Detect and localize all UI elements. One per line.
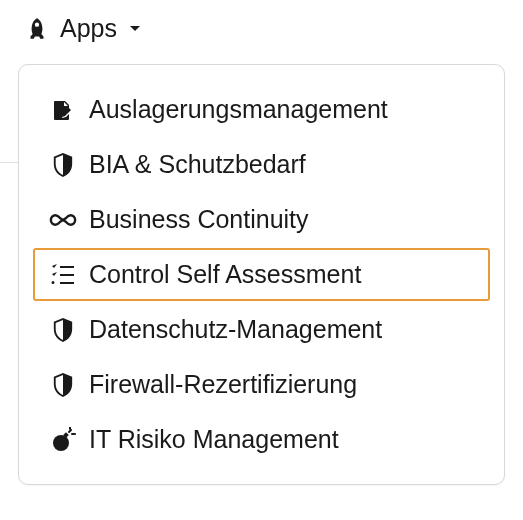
apps-menu-trigger[interactable]: Apps	[0, 0, 523, 53]
apps-dropdown-panel: Auslagerungsmanagement BIA & Schutzbedar…	[18, 64, 505, 485]
shield-icon	[49, 371, 77, 399]
menu-item-label: Business Continuity	[89, 205, 309, 234]
apps-menu-label: Apps	[60, 14, 117, 43]
menu-item-business-continuity[interactable]: Business Continuity	[33, 193, 490, 246]
menu-item-it-risiko-management[interactable]: IT Risiko Management	[33, 413, 490, 466]
shield-icon	[49, 151, 77, 179]
bomb-icon	[49, 426, 77, 454]
rocket-icon	[24, 16, 50, 42]
menu-item-firewall-rezertifizierung[interactable]: Firewall-Rezertifizierung	[33, 358, 490, 411]
menu-item-datenschutz-management[interactable]: Datenschutz-Management	[33, 303, 490, 356]
svg-point-0	[53, 435, 69, 451]
menu-item-control-self-assessment[interactable]: Control Self Assessment	[33, 248, 490, 301]
divider	[0, 162, 18, 163]
document-edit-icon	[49, 96, 77, 124]
menu-item-label: Auslagerungsmanagement	[89, 95, 388, 124]
menu-item-bia-schutzbedarf[interactable]: BIA & Schutzbedarf	[33, 138, 490, 191]
menu-item-label: BIA & Schutzbedarf	[89, 150, 306, 179]
checklist-icon	[49, 261, 77, 289]
caret-down-icon	[129, 23, 141, 35]
menu-item-label: Control Self Assessment	[89, 260, 361, 289]
menu-item-label: IT Risiko Management	[89, 425, 339, 454]
menu-item-label: Datenschutz-Management	[89, 315, 382, 344]
menu-item-label: Firewall-Rezertifizierung	[89, 370, 357, 399]
shield-icon	[49, 316, 77, 344]
menu-item-auslagerungsmanagement[interactable]: Auslagerungsmanagement	[33, 83, 490, 136]
infinity-icon	[49, 206, 77, 234]
